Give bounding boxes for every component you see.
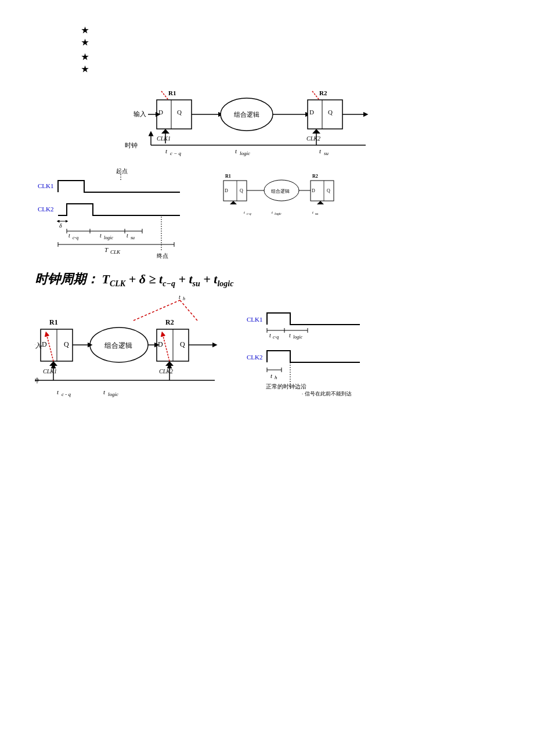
star3-icon: ★ xyxy=(81,52,89,62)
bullet4-item: ★ xyxy=(81,64,499,74)
svg-text:t: t xyxy=(100,232,102,239)
svg-text:CLK1: CLK1 xyxy=(247,316,263,323)
timing-diagram-left: 起点 CLK1 CLK2 δ t c-q t logic t xyxy=(35,166,209,264)
svg-line-34 xyxy=(312,91,319,100)
svg-text:t: t xyxy=(312,210,314,215)
svg-text:CLK2: CLK2 xyxy=(306,135,320,142)
svg-text:t: t xyxy=(57,388,59,395)
svg-text:时钟: 时钟 xyxy=(35,377,39,384)
svg-marker-20 xyxy=(312,129,320,134)
svg-text:su: su xyxy=(131,235,135,240)
bullet3-item: ★ xyxy=(81,52,499,62)
svg-line-86 xyxy=(180,300,197,321)
svg-text:R1: R1 xyxy=(49,318,58,326)
svg-line-85 xyxy=(134,300,180,321)
svg-text:t: t xyxy=(319,147,322,154)
svg-text:Q: Q xyxy=(180,340,185,348)
svg-marker-7 xyxy=(161,129,169,134)
bullet2-item: ★ xyxy=(81,38,499,48)
svg-text:logic: logic xyxy=(293,334,302,340)
large-formula: 时钟周期： TCLK + δ ≥ tc−q + tsu + tlogic xyxy=(35,271,499,289)
svg-text:CLK2: CLK2 xyxy=(247,354,263,361)
svg-text:t: t xyxy=(165,147,168,154)
star4-icon: ★ xyxy=(81,64,89,74)
bullet1-item: ★ xyxy=(81,26,499,35)
svg-text:t: t xyxy=(179,294,181,300)
svg-text:D: D xyxy=(312,188,315,193)
svg-text:logic: logic xyxy=(104,235,113,240)
svg-text:Q: Q xyxy=(177,109,182,116)
svg-text:D: D xyxy=(158,109,163,116)
svg-text:c - q: c - q xyxy=(62,391,71,397)
svg-text:c − q: c − q xyxy=(170,150,182,156)
svg-text:终点: 终点 xyxy=(157,253,168,259)
small-circuit: R1 D Q 组合逻辑 R2 D Q t c-q t logic t su xyxy=(221,172,337,235)
svg-marker-96 xyxy=(49,361,57,366)
svg-text:R1: R1 xyxy=(225,174,231,179)
svg-text:su: su xyxy=(324,150,329,156)
hold-section: t h R1 D Q 输入 CLK1 组合逻辑 R2 D Q xyxy=(35,294,499,415)
section1: ★ ★ xyxy=(35,26,499,48)
svg-text:· 信号在此前不能到达: · 信号在此前不能到达 xyxy=(302,391,352,397)
svg-text:Q: Q xyxy=(64,340,69,348)
svg-text:D: D xyxy=(309,109,314,116)
svg-text:D: D xyxy=(42,340,47,348)
svg-text:c-q: c-q xyxy=(73,235,78,240)
svg-text:logic: logic xyxy=(275,212,282,215)
svg-text:h: h xyxy=(183,296,185,301)
svg-text:Q: Q xyxy=(240,188,243,193)
svg-marker-67 xyxy=(230,201,237,204)
svg-marker-76 xyxy=(317,201,324,204)
svg-text:t: t xyxy=(244,210,246,215)
svg-text:R1: R1 xyxy=(168,89,176,96)
svg-text:t: t xyxy=(269,332,271,339)
svg-text:Q: Q xyxy=(327,188,330,193)
svg-text:输入: 输入 xyxy=(35,342,42,349)
svg-text:CLK: CLK xyxy=(110,249,121,255)
svg-text:输入: 输入 xyxy=(134,110,146,117)
svg-text:组合逻辑: 组合逻辑 xyxy=(271,189,290,194)
section2: ★ ★ xyxy=(35,52,499,74)
svg-text:组合逻辑: 组合逻辑 xyxy=(104,341,132,350)
svg-text:R2: R2 xyxy=(165,318,174,326)
hold-timing: CLK1 t c-q t logic CLK2 t h 正常的时钟边沿 xyxy=(244,307,371,402)
svg-text:R2: R2 xyxy=(319,89,327,96)
svg-line-33 xyxy=(161,91,168,100)
svg-text:时钟: 时钟 xyxy=(125,142,138,149)
star2-icon: ★ xyxy=(81,38,89,48)
svg-text:logic: logic xyxy=(108,391,118,397)
hold-circuit: t h R1 D Q 输入 CLK1 组合逻辑 R2 D Q xyxy=(35,294,232,415)
svg-text:D: D xyxy=(225,188,228,193)
svg-text:Q: Q xyxy=(328,109,333,116)
svg-text:D: D xyxy=(158,340,163,348)
svg-text:t: t xyxy=(103,388,106,395)
svg-text:t: t xyxy=(235,147,237,154)
svg-text:δ: δ xyxy=(59,222,62,229)
timing-section: 起点 CLK1 CLK2 δ t c-q t logic t xyxy=(35,166,499,264)
svg-text:t: t xyxy=(272,210,273,215)
svg-text:h: h xyxy=(275,375,277,380)
svg-text:R2: R2 xyxy=(312,174,318,179)
svg-text:su: su xyxy=(315,212,318,215)
svg-text:logic: logic xyxy=(240,150,250,156)
diagram1: R1 D Q 输入 CLK1 组合逻辑 R2 D Q CLK2 时钟 xyxy=(35,82,499,160)
svg-text:c-q: c-q xyxy=(273,334,279,340)
svg-text:组合逻辑: 组合逻辑 xyxy=(234,111,259,118)
svg-text:CLK1: CLK1 xyxy=(157,135,171,142)
svg-text:CLK2: CLK2 xyxy=(38,206,54,213)
svg-text:正常的时钟边沿: 正常的时钟边沿 xyxy=(266,383,306,390)
svg-text:t: t xyxy=(289,332,291,339)
svg-text:c-q: c-q xyxy=(247,212,251,215)
svg-marker-108 xyxy=(165,361,174,366)
svg-text:CLK2: CLK2 xyxy=(159,368,173,375)
svg-text:t: t xyxy=(68,232,70,239)
svg-text:T: T xyxy=(104,246,109,253)
svg-text:CLK1: CLK1 xyxy=(43,368,57,375)
svg-text:t: t xyxy=(270,372,273,379)
svg-text:t: t xyxy=(127,232,128,239)
svg-text:CLK1: CLK1 xyxy=(38,182,54,189)
star1-icon: ★ xyxy=(81,26,89,35)
svg-text:起点: 起点 xyxy=(116,168,128,174)
